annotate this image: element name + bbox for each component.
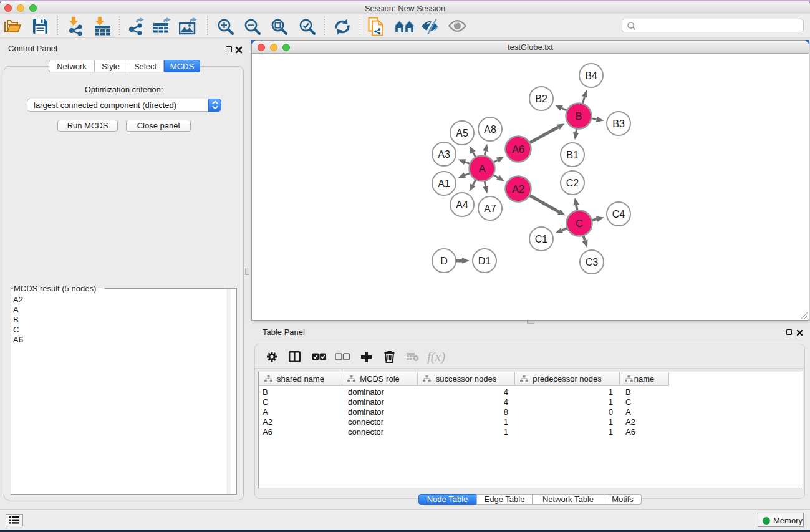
svg-text:C: C	[576, 218, 583, 229]
svg-text:A7: A7	[484, 203, 496, 214]
svg-text:B4: B4	[585, 70, 597, 81]
svg-text:A: A	[479, 163, 486, 174]
svg-text:C3: C3	[586, 257, 599, 268]
svg-text:A3: A3	[438, 149, 450, 160]
svg-text:A1: A1	[438, 178, 450, 189]
svg-text:B3: B3	[612, 118, 625, 129]
svg-text:D1: D1	[478, 256, 491, 266]
svg-text:C2: C2	[566, 178, 579, 188]
svg-text:B1: B1	[566, 150, 579, 160]
svg-text:B2: B2	[535, 94, 547, 104]
svg-text:A6: A6	[512, 144, 524, 155]
svg-text:B: B	[576, 111, 582, 122]
svg-text:A8: A8	[484, 124, 496, 135]
svg-text:C1: C1	[535, 234, 548, 244]
svg-text:D: D	[440, 256, 448, 266]
svg-text:A5: A5	[456, 128, 468, 138]
svg-text:C4: C4	[612, 209, 625, 220]
svg-text:A2: A2	[512, 184, 524, 195]
svg-text:A4: A4	[456, 200, 468, 210]
